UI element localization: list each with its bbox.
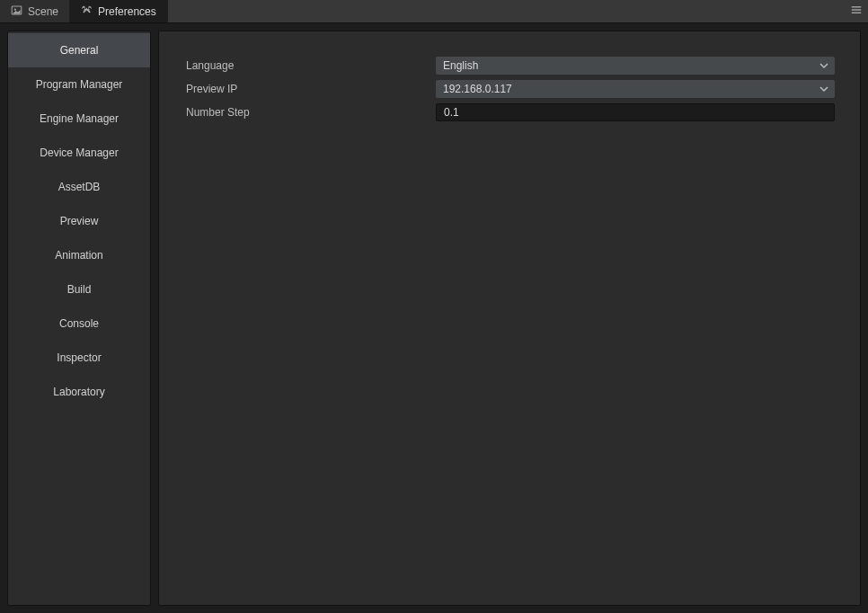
sidebar-item-label: General: [60, 44, 99, 57]
preferences-content: Language English Preview IP 192.168.0.11…: [158, 31, 861, 606]
number-step-input[interactable]: [444, 106, 827, 119]
label-language: Language: [184, 59, 436, 72]
preferences-sidebar: General Program Manager Engine Manager D…: [7, 31, 151, 606]
chevron-down-icon: [819, 60, 829, 71]
sidebar-item-label: Engine Manager: [40, 112, 119, 125]
scene-icon: [11, 4, 22, 19]
number-step-input-wrap: [436, 103, 835, 121]
chevron-down-icon: [819, 84, 829, 94]
sidebar-item-general[interactable]: General: [8, 33, 150, 67]
svg-rect-2: [852, 6, 862, 7]
sidebar-item-assetdb[interactable]: AssetDB: [8, 170, 150, 204]
sidebar-item-label: Device Manager: [40, 147, 118, 159]
language-select[interactable]: English: [436, 57, 835, 75]
row-language: Language English: [184, 55, 835, 76]
sidebar-item-label: Animation: [55, 249, 102, 262]
row-number-step: Number Step: [184, 102, 835, 123]
sidebar-item-label: Laboratory: [53, 386, 104, 398]
sidebar-item-inspector[interactable]: Inspector: [8, 341, 150, 375]
preview-ip-select[interactable]: 192.168.0.117: [436, 80, 835, 98]
tab-label: Preferences: [98, 5, 156, 18]
select-value: 192.168.0.117: [443, 83, 512, 95]
label-preview-ip: Preview IP: [184, 83, 436, 95]
preferences-window: Scene Preferences General Program Manage…: [0, 0, 868, 613]
hamburger-icon: [850, 4, 863, 19]
sidebar-item-label: Console: [59, 317, 99, 330]
sidebar-item-laboratory[interactable]: Laboratory: [8, 375, 150, 409]
sidebar-item-label: Program Manager: [36, 78, 123, 91]
sidebar-item-animation[interactable]: Animation: [8, 238, 150, 272]
sidebar-item-label: Preview: [60, 215, 99, 227]
sidebar-item-label: AssetDB: [58, 181, 101, 193]
row-preview-ip: Preview IP 192.168.0.117: [184, 78, 835, 100]
svg-point-1: [14, 8, 16, 10]
tab-scene[interactable]: Scene: [0, 0, 70, 22]
svg-rect-4: [852, 13, 862, 13]
sidebar-item-console[interactable]: Console: [8, 306, 150, 341]
tab-label: Scene: [28, 5, 58, 18]
tab-bar: Scene Preferences: [0, 0, 868, 23]
tab-spacer: [168, 0, 845, 22]
tab-preferences[interactable]: Preferences: [70, 0, 168, 22]
sidebar-item-build[interactable]: Build: [8, 272, 150, 306]
sidebar-item-label: Inspector: [57, 351, 101, 364]
body: General Program Manager Engine Manager D…: [0, 23, 868, 613]
sidebar-item-label: Build: [67, 283, 92, 296]
sidebar-item-device-manager[interactable]: Device Manager: [8, 136, 150, 170]
sidebar-item-engine-manager[interactable]: Engine Manager: [8, 102, 150, 136]
panel-menu-button[interactable]: [845, 0, 868, 22]
tools-icon: [81, 4, 93, 19]
svg-rect-3: [852, 9, 862, 10]
select-value: English: [443, 59, 478, 72]
sidebar-item-program-manager[interactable]: Program Manager: [8, 67, 150, 102]
sidebar-item-preview[interactable]: Preview: [8, 204, 150, 238]
label-number-step: Number Step: [184, 106, 436, 119]
